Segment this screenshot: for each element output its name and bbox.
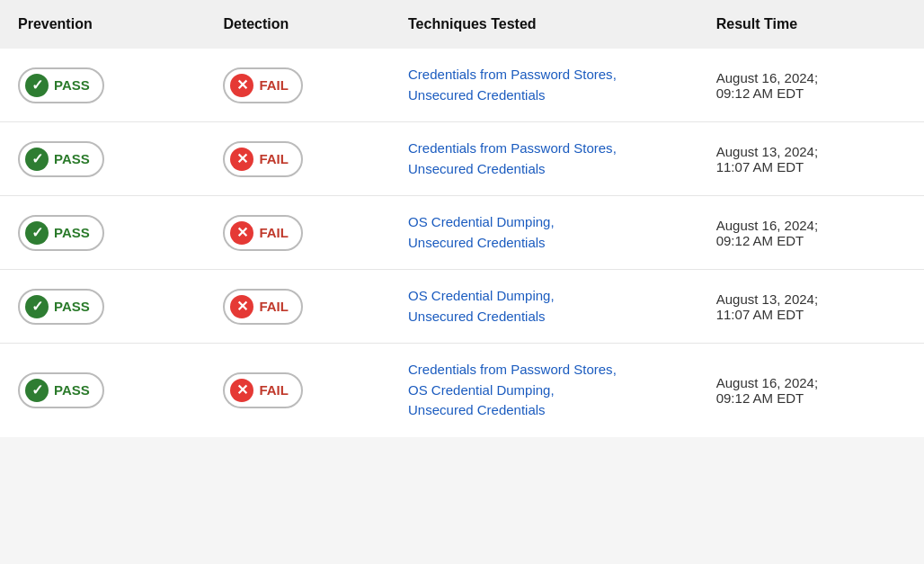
- technique-link[interactable]: Unsecured Credentials: [408, 235, 546, 250]
- technique-link[interactable]: OS Credential Dumping: [408, 288, 550, 303]
- table-row: ✓ PASS ✕ FAIL Credentials from Password …: [0, 344, 924, 437]
- techniques-cell: OS Credential Dumping,Unsecured Credenti…: [390, 270, 698, 344]
- table-row: ✓ PASS ✕ FAIL Credentials from Password …: [0, 49, 924, 122]
- fail-badge: ✕ FAIL: [223, 289, 303, 325]
- detection-cell: ✕ FAIL: [205, 196, 390, 270]
- result-time-cell: August 13, 2024; 11:07 AM EDT: [698, 270, 924, 344]
- result-time-cell: August 13, 2024; 11:07 AM EDT: [698, 122, 924, 196]
- prevention-cell: ✓ PASS: [0, 270, 205, 344]
- prevention-cell: ✓ PASS: [0, 122, 205, 196]
- pass-badge: ✓ PASS: [18, 141, 104, 177]
- technique-link[interactable]: Unsecured Credentials: [408, 161, 546, 176]
- pass-icon: ✓: [25, 74, 49, 97]
- fail-icon: ✕: [230, 295, 253, 318]
- pass-badge: ✓ PASS: [18, 372, 104, 408]
- fail-label: FAIL: [259, 151, 289, 166]
- pass-label: PASS: [54, 299, 90, 314]
- technique-link[interactable]: Credentials from Password Stores: [408, 140, 613, 156]
- techniques-cell: OS Credential Dumping,Unsecured Credenti…: [390, 196, 698, 270]
- header-prevention: Prevention: [0, 0, 205, 49]
- result-time-cell: August 16, 2024; 09:12 AM EDT: [698, 344, 924, 437]
- techniques-cell: Credentials from Password Stores,OS Cred…: [390, 344, 698, 437]
- fail-label: FAIL: [259, 225, 289, 240]
- technique-link[interactable]: Unsecured Credentials: [408, 309, 546, 324]
- result-time-cell: August 16, 2024; 09:12 AM EDT: [698, 49, 924, 122]
- table-row: ✓ PASS ✕ FAIL OS Credential Dumping,Unse…: [0, 196, 924, 270]
- fail-label: FAIL: [259, 77, 289, 93]
- results-table-container: Prevention Detection Techniques Tested R…: [0, 0, 924, 437]
- technique-link[interactable]: OS Credential Dumping: [408, 382, 550, 398]
- fail-icon: ✕: [230, 148, 253, 171]
- techniques-cell: Credentials from Password Stores,Unsecur…: [390, 49, 698, 122]
- pass-badge: ✓ PASS: [18, 215, 104, 251]
- header-detection: Detection: [205, 0, 390, 49]
- fail-badge: ✕ FAIL: [223, 215, 303, 251]
- detection-cell: ✕ FAIL: [205, 122, 390, 196]
- prevention-cell: ✓ PASS: [0, 196, 205, 270]
- technique-link[interactable]: OS Credential Dumping: [408, 214, 550, 229]
- technique-link[interactable]: Unsecured Credentials: [408, 87, 546, 103]
- table-row: ✓ PASS ✕ FAIL Credentials from Password …: [0, 122, 924, 196]
- table-header-row: Prevention Detection Techniques Tested R…: [0, 0, 924, 49]
- pass-icon: ✓: [25, 221, 49, 245]
- pass-label: PASS: [54, 77, 90, 93]
- pass-icon: ✓: [25, 295, 49, 318]
- result-time-cell: August 16, 2024; 09:12 AM EDT: [698, 196, 924, 270]
- technique-link[interactable]: Credentials from Password Stores: [408, 362, 613, 377]
- techniques-cell: Credentials from Password Stores,Unsecur…: [390, 122, 698, 196]
- prevention-cell: ✓ PASS: [0, 49, 205, 122]
- pass-label: PASS: [54, 225, 90, 240]
- detection-cell: ✕ FAIL: [205, 344, 390, 437]
- fail-badge: ✕ FAIL: [223, 67, 303, 103]
- pass-icon: ✓: [25, 379, 49, 402]
- fail-badge: ✕ FAIL: [223, 141, 303, 177]
- table-row: ✓ PASS ✕ FAIL OS Credential Dumping,Unse…: [0, 270, 924, 344]
- fail-badge: ✕ FAIL: [223, 372, 303, 408]
- pass-badge: ✓ PASS: [18, 289, 104, 325]
- fail-icon: ✕: [230, 221, 253, 245]
- technique-link[interactable]: Unsecured Credentials: [408, 402, 546, 417]
- pass-label: PASS: [54, 382, 90, 398]
- fail-label: FAIL: [259, 299, 289, 314]
- technique-link[interactable]: Credentials from Password Stores: [408, 67, 613, 82]
- pass-badge: ✓ PASS: [18, 67, 104, 103]
- detection-cell: ✕ FAIL: [205, 49, 390, 122]
- detection-cell: ✕ FAIL: [205, 270, 390, 344]
- fail-icon: ✕: [230, 74, 253, 97]
- header-techniques: Techniques Tested: [390, 0, 698, 49]
- results-table: Prevention Detection Techniques Tested R…: [0, 0, 924, 437]
- pass-label: PASS: [54, 151, 90, 166]
- fail-label: FAIL: [259, 382, 289, 398]
- pass-icon: ✓: [25, 148, 49, 171]
- prevention-cell: ✓ PASS: [0, 344, 205, 437]
- header-result-time: Result Time: [698, 0, 924, 49]
- fail-icon: ✕: [230, 379, 253, 402]
